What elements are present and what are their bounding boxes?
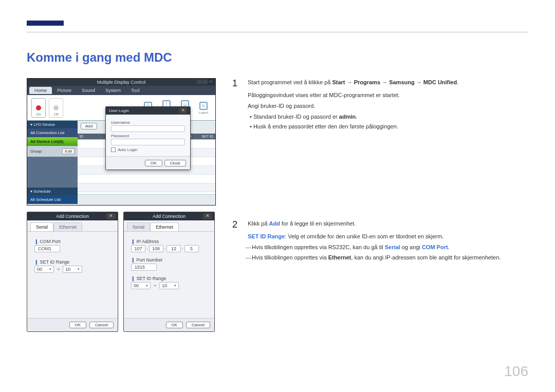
path-programs: Programs <box>354 79 380 85</box>
tab-serial[interactable]: Serial <box>127 222 150 231</box>
close-icon[interactable]: ✕ <box>179 108 187 114</box>
range-from-stepper[interactable]: 00▾ <box>34 266 54 273</box>
tab-picture[interactable]: Picture <box>52 87 77 94</box>
window-buttons <box>197 80 213 84</box>
user-login-dialog: User Login ✕ Username Password Auto Logi… <box>105 106 191 170</box>
tab-sound[interactable]: Sound <box>77 87 100 94</box>
chevron-updown-icon: ▾ <box>146 284 148 288</box>
step-1: 1 Start programmet ved å klikke på Start… <box>232 78 528 132</box>
power-off-button[interactable]: Off <box>49 98 63 118</box>
auto-login-label: Auto Login <box>118 147 137 152</box>
path-samsung: Samsung <box>389 79 415 85</box>
screenshot-column: Multiple Display Control Home Picture So… <box>27 78 217 332</box>
auto-login-checkbox[interactable] <box>111 147 116 152</box>
set-id-range-label: SET ID Range <box>131 276 207 281</box>
range-separator: ~ <box>57 267 60 272</box>
minimize-icon[interactable] <box>197 80 202 84</box>
power-on-label: On <box>36 113 41 116</box>
sidebar-all-schedule-list[interactable]: All Schedule List <box>27 195 78 204</box>
header-accent-bar <box>27 21 64 26</box>
ip-oct4[interactable]: 5 <box>184 245 199 252</box>
col-id: ID <box>80 135 83 138</box>
set-id-range-label: SET ID Range <box>34 259 110 265</box>
password-label: Password <box>111 134 185 138</box>
sidebar-all-connection-list[interactable]: All Connection List <box>27 128 78 137</box>
col-setid: SET ID <box>202 135 213 138</box>
login-ok-button[interactable]: OK <box>145 160 162 166</box>
ethernet-keyword: Ethernet <box>328 254 351 260</box>
instruction-column: 1 Start programmet ved å klikke på Start… <box>232 78 528 271</box>
close-icon[interactable]: ✕ <box>106 213 116 219</box>
step-number: 1 <box>232 78 242 132</box>
range-separator: ~ <box>154 283 156 288</box>
close-icon[interactable] <box>208 80 213 84</box>
step-2: 2 Klikk på Add for å legge til en skjerm… <box>232 219 528 264</box>
setid-range-text: : Velg et område for den unike ID-en som… <box>285 233 443 239</box>
tab-tool[interactable]: Tool <box>126 87 145 94</box>
setid-range-keyword: SET ID Range <box>248 233 285 239</box>
range-from-value: 00 <box>37 267 42 272</box>
logout-icon: ⎋ <box>199 102 208 110</box>
sidebar-schedule-section[interactable]: ▾ Schedule <box>27 188 78 195</box>
step-number: 2 <box>232 219 242 264</box>
username-input[interactable] <box>111 125 185 132</box>
port-number-input[interactable]: 1515 <box>131 264 157 271</box>
logout-button[interactable]: ⎋Logout <box>195 98 212 118</box>
sidebar-group-row: Group Edit <box>27 146 78 157</box>
ip-oct2[interactable]: 108 <box>149 245 163 252</box>
com-port-select[interactable]: COM1 <box>34 245 60 252</box>
range-from-value: 00 <box>134 283 139 288</box>
step1-lead: Start programmet ved å klikke på <box>248 79 332 85</box>
range-to-value: 10 <box>162 283 167 288</box>
page-number: 106 <box>504 363 528 380</box>
range-to-value: 10 <box>65 267 70 272</box>
add-button[interactable]: Add <box>81 123 97 129</box>
dialog-title: Add Connection <box>153 214 186 219</box>
path-mdc-unified: MDC Unified <box>423 79 457 85</box>
add-connection-ethernet-dialog: Add Connection ✕ Serial Ethernet IP Addr… <box>123 212 215 332</box>
chevron-updown-icon: ▾ <box>49 267 51 271</box>
edit-button[interactable]: Edit <box>62 148 75 154</box>
power-on-button[interactable]: On <box>31 98 46 118</box>
range-from-stepper[interactable]: 00▾ <box>131 282 151 289</box>
com-port-label: COM Port <box>34 239 110 244</box>
chevron-updown-icon: ▾ <box>174 284 176 288</box>
sidebar-all-device-list[interactable]: All Device List(0) <box>27 137 78 146</box>
app-title: Multiple Display Control <box>97 80 146 85</box>
main-tabs: Home Picture Sound System Tool <box>27 86 215 95</box>
page-title: Komme i gang med MDC <box>27 50 172 65</box>
tab-system[interactable]: System <box>100 87 126 94</box>
ip-oct3[interactable]: 12 <box>166 245 181 252</box>
ip-address-label: IP Address <box>131 239 207 244</box>
group-label: Group <box>30 149 42 154</box>
path-start: Start <box>332 79 345 85</box>
sidebar-lfd-section[interactable]: ▾ LFD Device <box>27 121 78 128</box>
ok-button[interactable]: OK <box>166 322 183 328</box>
serial-keyword: Serial <box>385 244 400 250</box>
close-icon[interactable]: ✕ <box>203 213 212 219</box>
tab-ethernet[interactable]: Ethernet <box>150 222 179 231</box>
range-to-stepper[interactable]: 10▾ <box>159 282 179 289</box>
tab-home[interactable]: Home <box>29 87 52 94</box>
ip-address-input[interactable]: 107. 108. 12. 5 <box>131 245 207 252</box>
login-close-button[interactable]: Close <box>164 160 186 166</box>
step1-para2: Angi bruker-ID og passord. <box>248 102 528 110</box>
tab-ethernet[interactable]: Ethernet <box>53 222 82 231</box>
cancel-button[interactable]: Cancel <box>89 322 114 328</box>
comport-keyword: COM Port <box>422 244 448 250</box>
logout-label: Logout <box>199 111 208 114</box>
step1-bullet2: Husk å endre passordet etter den den før… <box>250 122 528 131</box>
ok-button[interactable]: OK <box>69 322 87 328</box>
add-keyword: Add <box>269 220 280 227</box>
tab-serial[interactable]: Serial <box>30 222 53 231</box>
step1-bullet1: Standard bruker-ID og passord er admin. <box>250 113 528 121</box>
step1-para1: Påloggingsvinduet vises etter at MDC-pro… <box>248 91 528 100</box>
login-dialog-title: User Login <box>109 108 129 113</box>
port-number-label: Port Number <box>131 257 207 263</box>
mdc-app-window: Multiple Display Control Home Picture So… <box>27 78 216 206</box>
ip-oct1[interactable]: 107 <box>131 245 145 252</box>
cancel-button[interactable]: Cancel <box>186 322 210 328</box>
password-input[interactable] <box>111 139 185 145</box>
range-to-stepper[interactable]: 10▾ <box>63 266 82 273</box>
maximize-icon[interactable] <box>202 80 208 84</box>
